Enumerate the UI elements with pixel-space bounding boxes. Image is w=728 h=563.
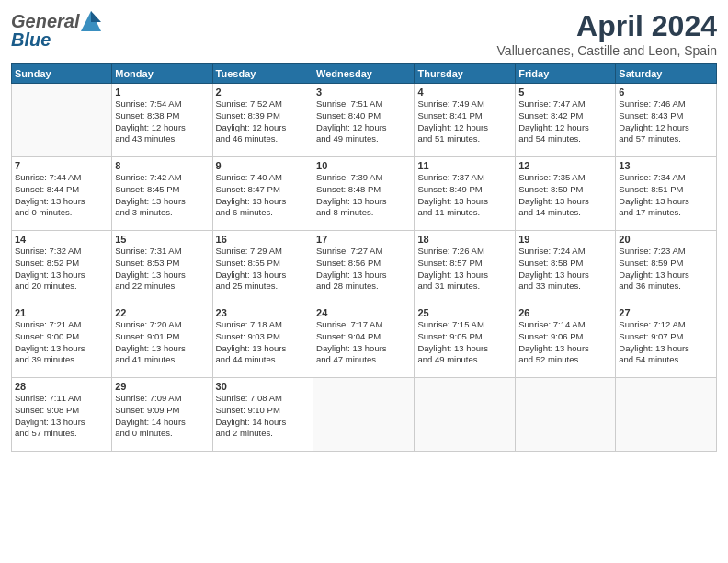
logo-icon — [81, 9, 101, 33]
calendar-cell: 22Sunrise: 7:20 AM Sunset: 9:01 PM Dayli… — [112, 304, 212, 378]
header: General Blue April 2024 Valluercanes, Ca… — [11, 9, 717, 58]
logo-blue-text: Blue — [11, 29, 51, 51]
calendar-header-thursday: Thursday — [415, 64, 516, 84]
calendar-cell: 12Sunrise: 7:35 AM Sunset: 8:50 PM Dayli… — [516, 157, 616, 231]
calendar-header-tuesday: Tuesday — [212, 64, 313, 84]
day-number: 7 — [15, 160, 108, 171]
day-number: 28 — [15, 381, 108, 392]
calendar-cell: 27Sunrise: 7:12 AM Sunset: 9:07 PM Dayli… — [616, 304, 717, 378]
calendar-cell: 24Sunrise: 7:17 AM Sunset: 9:04 PM Dayli… — [313, 304, 415, 378]
day-info: Sunrise: 7:08 AM Sunset: 9:10 PM Dayligh… — [216, 393, 310, 440]
calendar-header-monday: Monday — [112, 64, 212, 84]
day-number: 18 — [417, 234, 512, 245]
calendar-cell: 20Sunrise: 7:23 AM Sunset: 8:59 PM Dayli… — [616, 231, 717, 304]
day-number: 21 — [15, 307, 108, 318]
calendar-week-row: 14Sunrise: 7:32 AM Sunset: 8:52 PM Dayli… — [12, 231, 717, 304]
title-section: April 2024 Valluercanes, Castille and Le… — [497, 9, 717, 58]
calendar-cell: 28Sunrise: 7:11 AM Sunset: 9:08 PM Dayli… — [12, 378, 112, 452]
calendar-cell — [313, 378, 415, 452]
day-number: 19 — [518, 234, 612, 245]
calendar-cell — [516, 378, 616, 452]
calendar-cell: 29Sunrise: 7:09 AM Sunset: 9:09 PM Dayli… — [112, 378, 212, 452]
calendar-cell: 14Sunrise: 7:32 AM Sunset: 8:52 PM Dayli… — [12, 231, 112, 304]
day-number: 5 — [518, 86, 612, 98]
day-info: Sunrise: 7:24 AM Sunset: 8:58 PM Dayligh… — [518, 246, 612, 293]
day-info: Sunrise: 7:39 AM Sunset: 8:48 PM Dayligh… — [316, 172, 411, 219]
day-info: Sunrise: 7:29 AM Sunset: 8:55 PM Dayligh… — [216, 246, 310, 293]
day-info: Sunrise: 7:44 AM Sunset: 8:44 PM Dayligh… — [15, 172, 108, 219]
day-info: Sunrise: 7:23 AM Sunset: 8:59 PM Dayligh… — [619, 246, 713, 293]
day-info: Sunrise: 7:51 AM Sunset: 8:40 PM Dayligh… — [316, 98, 411, 145]
day-info: Sunrise: 7:49 AM Sunset: 8:41 PM Dayligh… — [417, 98, 512, 145]
calendar-week-row: 1Sunrise: 7:54 AM Sunset: 8:38 PM Daylig… — [12, 84, 717, 157]
calendar-cell: 19Sunrise: 7:24 AM Sunset: 8:58 PM Dayli… — [516, 231, 616, 304]
calendar-cell: 4Sunrise: 7:49 AM Sunset: 8:41 PM Daylig… — [415, 84, 516, 157]
main-title: April 2024 — [497, 9, 717, 43]
calendar-cell: 15Sunrise: 7:31 AM Sunset: 8:53 PM Dayli… — [112, 231, 212, 304]
day-info: Sunrise: 7:32 AM Sunset: 8:52 PM Dayligh… — [15, 246, 108, 293]
day-number: 29 — [115, 381, 209, 392]
day-info: Sunrise: 7:26 AM Sunset: 8:57 PM Dayligh… — [417, 246, 512, 293]
calendar-header-friday: Friday — [516, 64, 616, 84]
calendar-cell: 7Sunrise: 7:44 AM Sunset: 8:44 PM Daylig… — [12, 157, 112, 231]
day-number: 11 — [417, 160, 512, 171]
day-number: 14 — [15, 234, 108, 245]
calendar-table: SundayMondayTuesdayWednesdayThursdayFrid… — [11, 63, 717, 452]
calendar-cell: 8Sunrise: 7:42 AM Sunset: 8:45 PM Daylig… — [112, 157, 212, 231]
day-number: 22 — [115, 307, 209, 318]
day-info: Sunrise: 7:17 AM Sunset: 9:04 PM Dayligh… — [316, 319, 411, 366]
day-number: 4 — [417, 86, 512, 98]
calendar-cell: 3Sunrise: 7:51 AM Sunset: 8:40 PM Daylig… — [313, 84, 415, 157]
day-number: 23 — [216, 307, 310, 318]
calendar-cell: 9Sunrise: 7:40 AM Sunset: 8:47 PM Daylig… — [212, 157, 313, 231]
day-info: Sunrise: 7:21 AM Sunset: 9:00 PM Dayligh… — [15, 319, 108, 366]
day-info: Sunrise: 7:35 AM Sunset: 8:50 PM Dayligh… — [518, 172, 612, 219]
day-number: 1 — [115, 86, 209, 98]
day-info: Sunrise: 7:18 AM Sunset: 9:03 PM Dayligh… — [216, 319, 310, 366]
calendar-cell: 2Sunrise: 7:52 AM Sunset: 8:39 PM Daylig… — [212, 84, 313, 157]
day-number: 16 — [216, 234, 310, 245]
calendar-week-row: 7Sunrise: 7:44 AM Sunset: 8:44 PM Daylig… — [12, 157, 717, 231]
day-number: 8 — [115, 160, 209, 171]
day-info: Sunrise: 7:52 AM Sunset: 8:39 PM Dayligh… — [216, 98, 310, 145]
page: General Blue April 2024 Valluercanes, Ca… — [0, 0, 728, 563]
day-number: 26 — [518, 307, 612, 318]
day-number: 15 — [115, 234, 209, 245]
day-number: 12 — [518, 160, 612, 171]
day-number: 9 — [216, 160, 310, 171]
calendar-cell — [12, 84, 112, 157]
calendar-cell — [415, 378, 516, 452]
day-info: Sunrise: 7:54 AM Sunset: 8:38 PM Dayligh… — [115, 98, 209, 145]
calendar-week-row: 21Sunrise: 7:21 AM Sunset: 9:00 PM Dayli… — [12, 304, 717, 378]
day-info: Sunrise: 7:42 AM Sunset: 8:45 PM Dayligh… — [115, 172, 209, 219]
day-info: Sunrise: 7:09 AM Sunset: 9:09 PM Dayligh… — [115, 393, 209, 440]
calendar-cell: 17Sunrise: 7:27 AM Sunset: 8:56 PM Dayli… — [313, 231, 415, 304]
day-info: Sunrise: 7:47 AM Sunset: 8:42 PM Dayligh… — [518, 98, 612, 145]
day-number: 25 — [417, 307, 512, 318]
calendar-header-row: SundayMondayTuesdayWednesdayThursdayFrid… — [12, 64, 717, 84]
calendar-header-wednesday: Wednesday — [313, 64, 415, 84]
day-info: Sunrise: 7:37 AM Sunset: 8:49 PM Dayligh… — [417, 172, 512, 219]
calendar-header-sunday: Sunday — [12, 64, 112, 84]
calendar-cell: 6Sunrise: 7:46 AM Sunset: 8:43 PM Daylig… — [616, 84, 717, 157]
calendar-cell: 18Sunrise: 7:26 AM Sunset: 8:57 PM Dayli… — [415, 231, 516, 304]
svg-marker-1 — [91, 11, 101, 22]
day-number: 27 — [619, 307, 713, 318]
subtitle: Valluercanes, Castille and Leon, Spain — [497, 43, 717, 58]
calendar-cell: 26Sunrise: 7:14 AM Sunset: 9:06 PM Dayli… — [516, 304, 616, 378]
day-number: 10 — [316, 160, 411, 171]
day-number: 24 — [316, 307, 411, 318]
day-number: 20 — [619, 234, 713, 245]
calendar-cell: 1Sunrise: 7:54 AM Sunset: 8:38 PM Daylig… — [112, 84, 212, 157]
calendar-header-saturday: Saturday — [616, 64, 717, 84]
day-info: Sunrise: 7:12 AM Sunset: 9:07 PM Dayligh… — [619, 319, 713, 366]
logo: General Blue — [11, 9, 101, 51]
day-number: 6 — [619, 86, 713, 98]
calendar-cell: 25Sunrise: 7:15 AM Sunset: 9:05 PM Dayli… — [415, 304, 516, 378]
calendar-cell: 10Sunrise: 7:39 AM Sunset: 8:48 PM Dayli… — [313, 157, 415, 231]
calendar-week-row: 28Sunrise: 7:11 AM Sunset: 9:08 PM Dayli… — [12, 378, 717, 452]
calendar-cell: 11Sunrise: 7:37 AM Sunset: 8:49 PM Dayli… — [415, 157, 516, 231]
day-info: Sunrise: 7:11 AM Sunset: 9:08 PM Dayligh… — [15, 393, 108, 440]
day-info: Sunrise: 7:20 AM Sunset: 9:01 PM Dayligh… — [115, 319, 209, 366]
day-info: Sunrise: 7:34 AM Sunset: 8:51 PM Dayligh… — [619, 172, 713, 219]
